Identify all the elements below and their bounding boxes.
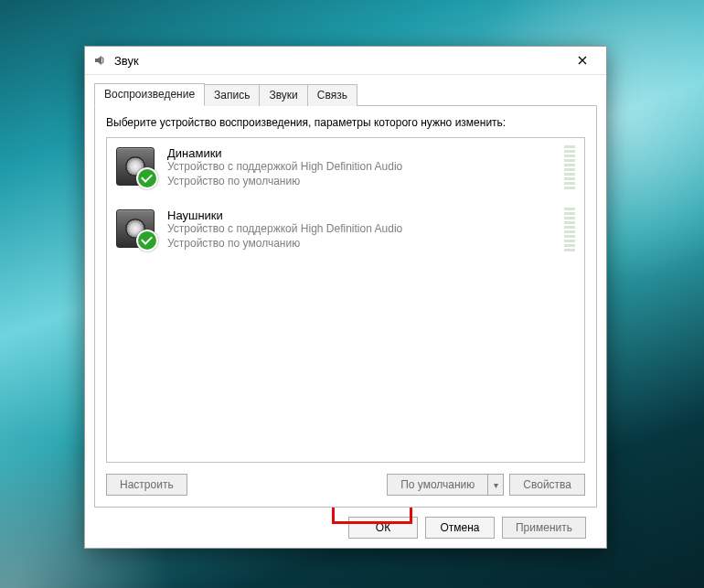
- set-default-splitbutton[interactable]: По умолчанию ▾: [387, 474, 504, 496]
- default-check-icon: [136, 230, 158, 251]
- tab-communications[interactable]: Связь: [307, 84, 357, 106]
- device-desc: Устройство с поддержкой High Definition …: [167, 222, 553, 237]
- default-check-icon: [136, 167, 158, 189]
- tab-sounds[interactable]: Звуки: [259, 84, 307, 106]
- cancel-button[interactable]: Отмена: [425, 517, 495, 539]
- set-default-button[interactable]: По умолчанию: [387, 474, 487, 496]
- level-meter: [564, 208, 575, 251]
- device-buttons-row: Настроить По умолчанию ▾ Свойства: [106, 474, 585, 496]
- configure-button[interactable]: Настроить: [106, 474, 187, 496]
- device-title: Наушники: [167, 208, 553, 223]
- instruction-text: Выберите устройство воспроизведения, пар…: [106, 115, 585, 130]
- device-status: Устройство по умолчанию: [167, 237, 553, 251]
- dialog-buttons-row: ОК Отмена Применить: [94, 508, 597, 539]
- properties-button[interactable]: Свойства: [509, 474, 585, 496]
- tabstrip: Воспроизведение Запись Звуки Связь: [94, 82, 597, 105]
- device-item-headphones[interactable]: Наушники Устройство с поддержкой High De…: [107, 200, 584, 259]
- apply-button[interactable]: Применить: [502, 517, 586, 539]
- tab-page-playback: Выберите устройство воспроизведения, пар…: [94, 105, 597, 508]
- sound-dialog: Звук Воспроизведение Запись Звуки Связь …: [84, 46, 607, 549]
- sound-icon: [92, 53, 107, 68]
- device-list[interactable]: Динамики Устройство с поддержкой High De…: [106, 137, 585, 463]
- ok-button[interactable]: ОК: [348, 517, 418, 539]
- client-area: Воспроизведение Запись Звуки Связь Выбер…: [85, 75, 606, 548]
- titlebar: Звук: [85, 47, 606, 75]
- tab-recording[interactable]: Запись: [204, 84, 260, 106]
- level-meter: [564, 145, 575, 189]
- device-item-speakers[interactable]: Динамики Устройство с поддержкой High De…: [107, 138, 584, 197]
- chevron-down-icon[interactable]: ▾: [487, 474, 504, 496]
- device-desc: Устройство с поддержкой High Definition …: [167, 160, 553, 175]
- tab-playback[interactable]: Воспроизведение: [94, 83, 205, 106]
- device-status: Устройство по умолчанию: [167, 175, 553, 189]
- desktop-background: Звук Воспроизведение Запись Звуки Связь …: [0, 0, 704, 588]
- close-button[interactable]: [564, 48, 601, 73]
- speaker-icon: [116, 147, 156, 187]
- window-title: Звук: [114, 54, 564, 68]
- device-title: Динамики: [167, 146, 553, 161]
- speaker-icon: [116, 209, 156, 250]
